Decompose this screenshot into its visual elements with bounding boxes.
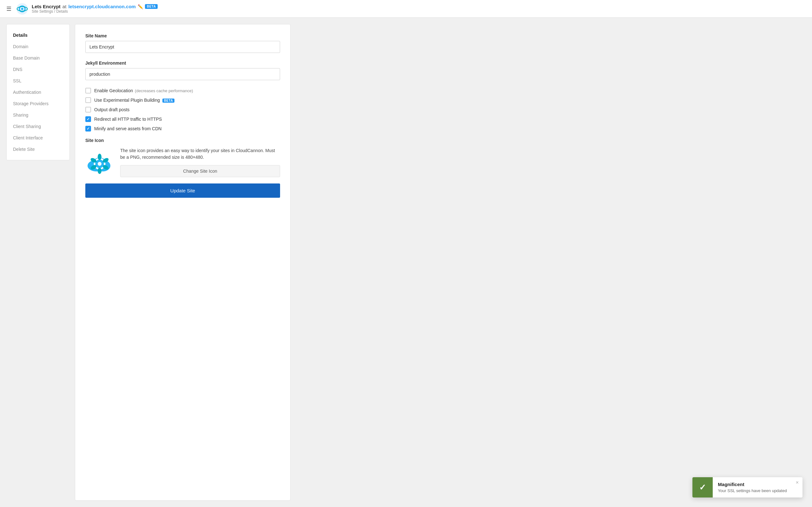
checkbox-plugin-building-label: Use Experimental Plugin Building BETA	[94, 98, 174, 103]
sidebar-item-authentication[interactable]: Authentication	[7, 87, 69, 98]
geolocation-muted: (decreases cache performance)	[135, 89, 193, 93]
checkbox-plugin-building: Use Experimental Plugin Building BETA	[85, 97, 280, 103]
at-text: at	[62, 4, 67, 9]
toast-icon-area: ✓	[693, 477, 713, 498]
jekyll-env-input[interactable]	[85, 68, 280, 80]
sidebar-item-client-sharing[interactable]: Client Sharing	[7, 121, 69, 132]
checkbox-geolocation-input[interactable]	[85, 88, 91, 94]
site-name-input[interactable]	[85, 41, 280, 53]
sidebar-item-delete-site[interactable]: Delete Site	[7, 144, 69, 155]
cloudcannon-logo	[16, 3, 28, 14]
checkbox-https-redirect-input[interactable]	[85, 116, 91, 122]
sidebar-item-base-domain[interactable]: Base Domain	[7, 52, 69, 64]
content-panel: Site Name Jekyll Environment Enable Geol…	[75, 24, 291, 501]
breadcrumb-separator: /	[54, 9, 55, 14]
svg-point-2	[21, 8, 23, 10]
checkbox-https-redirect: Redirect all HTTP traffic to HTTPS	[85, 116, 280, 122]
header-title-block: Lets Encrypt at letsencrypt.cloudcannon.…	[32, 4, 158, 14]
toast-check-icon: ✓	[699, 483, 706, 493]
checkbox-draft-posts-label: Output draft posts	[94, 107, 130, 112]
site-icon-content: The site icon provides an easy way to id…	[85, 147, 280, 177]
site-icon-preview	[85, 147, 114, 176]
checkbox-geolocation: Enable Geolocation (decreases cache perf…	[85, 88, 280, 94]
main-layout: Details Domain Base Domain DNS SSL Authe…	[0, 18, 812, 507]
svg-point-9	[98, 154, 101, 160]
site-icon-info: The site icon provides an easy way to id…	[120, 147, 280, 177]
checkbox-cdn-assets-input[interactable]	[85, 126, 91, 131]
header: ☰ Lets Encrypt at letsencrypt.cloudcanno…	[0, 0, 812, 18]
toast-message: Your SSL settings have been updated	[718, 488, 786, 493]
breadcrumb-current: Details	[56, 9, 68, 14]
jekyll-env-group: Jekyll Environment	[85, 60, 280, 80]
sidebar-item-dns[interactable]: DNS	[7, 64, 69, 75]
site-icon-label: Site Icon	[85, 138, 280, 143]
site-icon-image	[85, 147, 114, 176]
edit-pencil-icon[interactable]: ✏️	[138, 4, 143, 9]
svg-point-8	[98, 162, 101, 166]
checkbox-draft-posts-input[interactable]	[85, 107, 91, 112]
update-site-button[interactable]: Update Site	[85, 183, 280, 198]
menu-icon[interactable]: ☰	[5, 4, 13, 14]
checkbox-cdn-assets-label: Minify and serve assets from CDN	[94, 126, 161, 131]
site-icon-section: Site Icon	[85, 138, 280, 177]
sidebar-item-domain[interactable]: Domain	[7, 41, 69, 52]
toast-title: Magnificent	[718, 482, 786, 487]
sidebar-item-sharing[interactable]: Sharing	[7, 109, 69, 121]
checkboxes-section: Enable Geolocation (decreases cache perf…	[85, 88, 280, 131]
beta-badge: BETA	[145, 4, 158, 9]
site-name-label: Site Name	[85, 33, 280, 38]
toast-content: Magnificent Your SSL settings have been …	[713, 477, 792, 498]
jekyll-env-label: Jekyll Environment	[85, 60, 280, 66]
change-icon-button[interactable]: Change Site Icon	[120, 165, 280, 177]
toast-notification: ✓ Magnificent Your SSL settings have bee…	[693, 477, 803, 498]
breadcrumb-parent[interactable]: Site Settings	[32, 9, 53, 14]
site-name-group: Site Name	[85, 33, 280, 53]
checkbox-cdn-assets: Minify and serve assets from CDN	[85, 126, 280, 131]
checkbox-draft-posts: Output draft posts	[85, 107, 280, 112]
sidebar-item-ssl[interactable]: SSL	[7, 75, 69, 87]
breadcrumb: Site Settings / Details	[32, 9, 158, 14]
sidebar: Details Domain Base Domain DNS SSL Authe…	[6, 24, 70, 160]
svg-point-12	[98, 168, 101, 174]
site-url-link[interactable]: letsencrypt.cloudcannon.com	[68, 4, 136, 9]
checkbox-plugin-building-input[interactable]	[85, 97, 91, 103]
sidebar-item-details[interactable]: Details	[7, 30, 69, 41]
checkbox-https-redirect-label: Redirect all HTTP traffic to HTTPS	[94, 117, 162, 122]
sidebar-item-client-interface[interactable]: Client Interface	[7, 132, 69, 144]
site-name-header: Lets Encrypt	[32, 4, 61, 9]
checkbox-geolocation-label: Enable Geolocation (decreases cache perf…	[94, 88, 193, 93]
plugin-beta-badge: BETA	[162, 99, 174, 103]
sidebar-item-storage-providers[interactable]: Storage Providers	[7, 98, 69, 109]
toast-close-button[interactable]: ×	[792, 477, 803, 488]
site-icon-description: The site icon provides an easy way to id…	[120, 147, 280, 161]
